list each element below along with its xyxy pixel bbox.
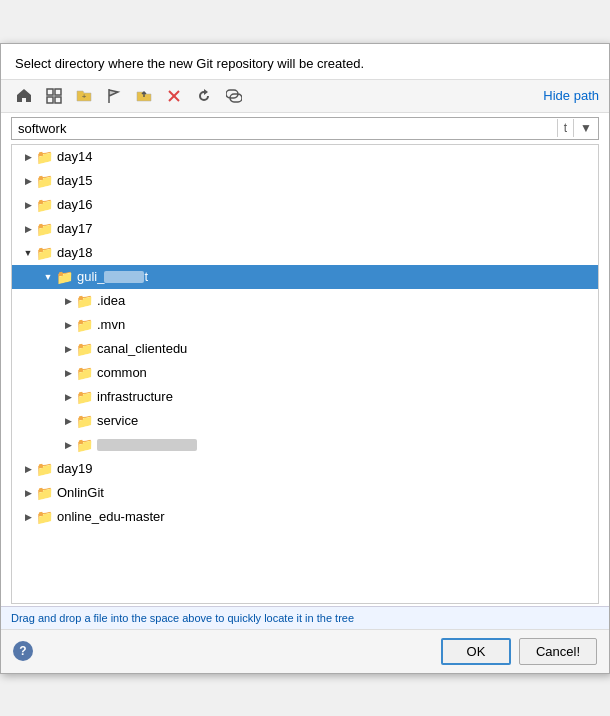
item-label: t <box>144 269 148 284</box>
blurred-text <box>104 271 144 283</box>
delete-button[interactable] <box>161 84 187 108</box>
expander-icon[interactable]: ▶ <box>20 197 36 213</box>
expander-icon[interactable]: ▶ <box>60 365 76 381</box>
folder-icon: 📁 <box>76 389 93 405</box>
tree-row[interactable]: ▶ 📁 service <box>12 409 598 433</box>
path-input[interactable] <box>12 118 557 139</box>
folder-icon: 📁 <box>36 221 53 237</box>
tree-row[interactable]: ▼ 📁 guli_t <box>12 265 598 289</box>
folder-icon: 📁 <box>36 173 53 189</box>
folder-icon: 📁 <box>76 293 93 309</box>
folder-icon: 📁 <box>36 197 53 213</box>
folder-icon: 📁 <box>56 269 73 285</box>
expander-icon[interactable]: ▶ <box>20 509 36 525</box>
item-label: .idea <box>97 293 125 308</box>
flag-icon <box>106 88 122 104</box>
link-button[interactable] <box>221 84 247 108</box>
tree-row[interactable]: ▶ 📁 day16 <box>12 193 598 217</box>
expander-icon[interactable]: ▶ <box>20 149 36 165</box>
tree-row[interactable]: ▶ 📁 OnlinGit <box>12 481 598 505</box>
expander-icon[interactable]: ▶ <box>60 389 76 405</box>
tree-row[interactable]: ▶ 📁 day19 <box>12 457 598 481</box>
expander-icon[interactable]: ▶ <box>20 221 36 237</box>
expander-icon[interactable]: ▶ <box>20 461 36 477</box>
tree-row[interactable]: ▶ 📁 canal_clientedu <box>12 337 598 361</box>
folder-icon: 📁 <box>76 413 93 429</box>
refresh-icon <box>196 88 212 104</box>
expander-icon[interactable]: ▶ <box>60 413 76 429</box>
tree-row[interactable]: ▶ 📁 day17 <box>12 217 598 241</box>
expander-icon[interactable]: ▶ <box>20 173 36 189</box>
tree-row[interactable]: ▶ 📁 day14 <box>12 145 598 169</box>
item-label: .mvn <box>97 317 125 332</box>
folder-icon: 📁 <box>76 317 93 333</box>
dialog-instruction: Select directory where the new Git repos… <box>1 44 609 79</box>
folder-icon: 📁 <box>36 509 53 525</box>
svg-rect-3 <box>55 97 61 103</box>
svg-rect-2 <box>47 97 53 103</box>
folder-up-button[interactable] <box>131 84 157 108</box>
expander-icon[interactable]: ▶ <box>60 437 76 453</box>
folder-up-icon <box>136 88 152 104</box>
drag-hint: Drag and drop a file into the space abov… <box>1 606 609 629</box>
tree-row[interactable]: ▶ 📁 day15 <box>12 169 598 193</box>
folder-icon: 📁 <box>76 365 93 381</box>
folder-icon: 📁 <box>36 461 53 477</box>
expander-icon[interactable]: ▼ <box>20 245 36 261</box>
expander-icon[interactable]: ▶ <box>20 485 36 501</box>
home-button[interactable] <box>11 84 37 108</box>
item-label: day17 <box>57 221 92 236</box>
grid-icon <box>46 88 62 104</box>
ok-button[interactable]: OK <box>441 638 511 665</box>
folder-icon: 📁 <box>36 485 53 501</box>
tree-row[interactable]: ▶ 📁 online_edu-master <box>12 505 598 529</box>
folder-icon: 📁 <box>76 341 93 357</box>
tree-row[interactable]: ▶ 📁 .idea <box>12 289 598 313</box>
flag-button[interactable] <box>101 84 127 108</box>
path-suffix: t <box>557 119 573 137</box>
delete-icon <box>166 88 182 104</box>
help-icon-label: ? <box>19 644 26 658</box>
item-label: day14 <box>57 149 92 164</box>
item-label: infrastructure <box>97 389 173 404</box>
expander-icon[interactable]: ▶ <box>60 317 76 333</box>
cancel-button[interactable]: Cancel! <box>519 638 597 665</box>
item-label: day16 <box>57 197 92 212</box>
folder-icon: 📁 <box>76 437 93 453</box>
instruction-text: Select directory where the new Git repos… <box>15 56 364 71</box>
hide-path-link[interactable]: Hide path <box>543 88 599 103</box>
expander-icon[interactable]: ▶ <box>60 341 76 357</box>
drag-hint-text: Drag and drop a file into the space abov… <box>11 612 354 624</box>
tree-row[interactable]: ▶ 📁 infrastructure <box>12 385 598 409</box>
tree-row[interactable]: ▶ 📁 <box>12 433 598 457</box>
link-icon <box>226 88 242 104</box>
folder-icon: 📁 <box>36 149 53 165</box>
home-icon <box>16 88 32 104</box>
path-bar: t ▼ <box>11 117 599 140</box>
blurred-folder-label <box>97 439 197 451</box>
grid-button[interactable] <box>41 84 67 108</box>
item-label: common <box>97 365 147 380</box>
item-label: OnlinGit <box>57 485 104 500</box>
item-label: day15 <box>57 173 92 188</box>
directory-tree[interactable]: ▶ 📁 day14 ▶ 📁 day15 ▶ 📁 day16 ▶ 📁 day17 … <box>11 144 599 604</box>
help-button[interactable]: ? <box>13 641 33 661</box>
refresh-button[interactable] <box>191 84 217 108</box>
footer-buttons: OK Cancel! <box>441 638 597 665</box>
folder-icon: 📁 <box>36 245 53 261</box>
item-label: online_edu-master <box>57 509 165 524</box>
svg-rect-0 <box>47 89 53 95</box>
dialog-footer: ? OK Cancel! <box>1 629 609 673</box>
expander-icon[interactable]: ▶ <box>60 293 76 309</box>
item-label: canal_clientedu <box>97 341 187 356</box>
tree-row[interactable]: ▼ 📁 day18 <box>12 241 598 265</box>
item-label: service <box>97 413 138 428</box>
toolbar: + <box>1 79 609 113</box>
tree-row[interactable]: ▶ 📁 common <box>12 361 598 385</box>
tree-row[interactable]: ▶ 📁 .mvn <box>12 313 598 337</box>
new-folder-icon: + <box>76 88 92 104</box>
new-folder-button[interactable]: + <box>71 84 97 108</box>
download-button[interactable]: ▼ <box>573 119 598 137</box>
expander-icon[interactable]: ▼ <box>40 269 56 285</box>
item-label: guli_ <box>77 269 104 284</box>
